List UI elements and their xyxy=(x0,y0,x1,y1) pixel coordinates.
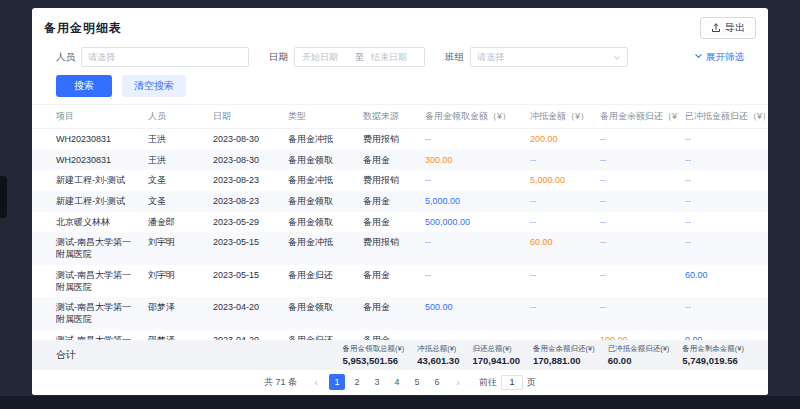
column-header: 备用金余额归还（¥） xyxy=(594,105,679,129)
amount-cell: -- xyxy=(524,150,594,171)
amount-cell: -- xyxy=(679,150,768,171)
summary-item-label: 已冲抵金额归还(¥) xyxy=(608,344,670,354)
source-cell: 费用报销 xyxy=(357,232,419,264)
type-cell: 备用金冲抵 xyxy=(282,232,357,264)
type-cell: 备用金领取 xyxy=(282,191,357,212)
date-cell: 2023-04-20 xyxy=(207,297,282,329)
column-header: 已冲抵金额归还（¥） xyxy=(679,105,768,129)
pagination: 共 71 条 ‹ 123456 › 前往 页 xyxy=(32,370,768,395)
project-cell: 测试-南昌大学第一附属医院 xyxy=(32,330,142,340)
date-filter-label: 日期 xyxy=(269,51,288,64)
person-cell: 王洪 xyxy=(142,129,207,150)
table-row[interactable]: 新建工程-刘-测试文圣2023-08-23备用金领取备用金5,000.00---… xyxy=(32,191,768,212)
project-cell: 新建工程-刘-测试 xyxy=(32,191,142,212)
amount-cell: 60.00 xyxy=(524,232,594,264)
date-end-input[interactable] xyxy=(368,49,420,65)
table-header-row: 项目人员日期类型数据来源备用金领取金额（¥）冲抵金额（¥）备用金余额归还（¥）已… xyxy=(32,105,768,129)
amount-cell: -- xyxy=(679,129,768,150)
amount-cell: -- xyxy=(679,170,768,191)
date-cell: 2023-08-30 xyxy=(207,129,282,150)
source-cell: 备用金 xyxy=(357,330,419,340)
amount-cell: -- xyxy=(524,265,594,297)
expand-filter-label: 展开筛选 xyxy=(706,51,744,64)
amount-cell: -- xyxy=(594,297,679,329)
project-cell: 测试-南昌大学第一附属医院 xyxy=(32,232,142,264)
button-row: 搜索 清空搜索 xyxy=(32,70,768,104)
project-cell: WH20230831 xyxy=(32,150,142,171)
source-cell: 备用金 xyxy=(357,212,419,233)
summary-item-label: 冲抵总额(¥) xyxy=(417,344,459,354)
person-cell: 王洪 xyxy=(142,150,207,171)
team-select-placeholder: 请选择 xyxy=(477,51,504,64)
person-cell: 刘宇明 xyxy=(142,265,207,297)
table-row[interactable]: 新建工程-刘-测试文圣2023-08-23备用金冲抵费用报销--5,000.00… xyxy=(32,170,768,191)
page-button[interactable]: 1 xyxy=(329,374,345,390)
person-cell: 刘宇明 xyxy=(142,232,207,264)
summary-item: 备用金领取总额(¥)5,953,501.56 xyxy=(343,344,405,366)
page-button[interactable]: 6 xyxy=(429,374,445,390)
column-header: 类型 xyxy=(282,105,357,129)
team-filter-label: 班组 xyxy=(445,51,464,64)
summary-item: 归还总额(¥)170,941.00 xyxy=(472,344,520,366)
table-row[interactable]: 测试-南昌大学第一附属医院邵梦泽2023-04-20备用金领取备用金500.00… xyxy=(32,297,768,329)
type-cell: 备用金归还 xyxy=(282,330,357,340)
amount-cell: -- xyxy=(419,170,524,191)
table-row[interactable]: 北京暖义林林潘金郎2023-05-29备用金领取备用金500,000.00---… xyxy=(32,212,768,233)
type-cell: 备用金领取 xyxy=(282,150,357,171)
table-row[interactable]: 测试-南昌大学第一附属医院刘宇明2023-05-15备用金归还备用金------… xyxy=(32,265,768,297)
amount-cell: 100.00 xyxy=(594,330,679,340)
date-range-picker[interactable]: 至 xyxy=(294,47,425,67)
table-row[interactable]: 测试-南昌大学第一附属医院刘宇明2023-05-15备用金冲抵费用报销--60.… xyxy=(32,232,768,264)
amount-cell: 500.00 xyxy=(419,297,524,329)
next-page-button[interactable]: › xyxy=(450,374,466,390)
amount-cell: -- xyxy=(594,150,679,171)
summary-item-value: 5,953,501.56 xyxy=(343,355,405,366)
table-row[interactable]: WH20230831王洪2023-08-30备用金领取备用金300.00----… xyxy=(32,150,768,171)
source-cell: 备用金 xyxy=(357,297,419,329)
amount-cell: -- xyxy=(524,212,594,233)
page-list: 123456 xyxy=(329,374,445,390)
person-filter-input[interactable] xyxy=(81,47,249,67)
column-header: 项目 xyxy=(32,105,142,129)
team-filter-select[interactable]: 请选择 xyxy=(470,47,628,67)
person-cell: 文圣 xyxy=(142,191,207,212)
summary-item: 冲抵总额(¥)43,601.30 xyxy=(417,344,459,366)
source-cell: 备用金 xyxy=(357,150,419,171)
source-cell: 费用报销 xyxy=(357,129,419,150)
amount-cell: 60.00 xyxy=(679,265,768,297)
table-row[interactable]: WH20230831王洪2023-08-30备用金冲抵费用报销--200.00-… xyxy=(32,129,768,150)
amount-cell: -- xyxy=(594,232,679,264)
amount-cell: -- xyxy=(524,191,594,212)
amount-cell: 200.00 xyxy=(524,129,594,150)
column-header: 人员 xyxy=(142,105,207,129)
card-header: 备用金明细表 导出 xyxy=(32,8,768,44)
table-row[interactable]: 测试-南昌大学第一附属医院邵梦泽2023-04-20备用金归还备用金----10… xyxy=(32,330,768,340)
summary-bar: 合计 备用金领取总额(¥)5,953,501.56冲抵总额(¥)43,601.3… xyxy=(32,340,768,370)
expand-filter-toggle[interactable]: 展开筛选 xyxy=(694,51,744,64)
page-button[interactable]: 3 xyxy=(369,374,385,390)
goto-page: 前往 页 xyxy=(479,375,536,390)
date-cell: 2023-08-23 xyxy=(207,170,282,191)
export-button-label: 导出 xyxy=(725,21,745,35)
project-cell: 北京暖义林林 xyxy=(32,212,142,233)
summary-item-label: 备用金剩余金额(¥) xyxy=(682,344,744,354)
prev-page-button[interactable]: ‹ xyxy=(308,374,324,390)
page-button[interactable]: 5 xyxy=(409,374,425,390)
clear-search-button[interactable]: 清空搜索 xyxy=(122,75,186,97)
date-cell: 2023-05-15 xyxy=(207,265,282,297)
amount-cell: -- xyxy=(524,330,594,340)
search-button[interactable]: 搜索 xyxy=(56,75,112,97)
page-button[interactable]: 2 xyxy=(349,374,365,390)
goto-page-suffix: 页 xyxy=(527,376,536,389)
date-start-input[interactable] xyxy=(299,49,351,65)
export-button[interactable]: 导出 xyxy=(700,17,756,39)
collapsed-drawer-handle[interactable] xyxy=(0,176,7,218)
amount-cell: -- xyxy=(419,330,524,340)
amount-cell: -- xyxy=(679,232,768,264)
amount-cell: 5,000.00 xyxy=(524,170,594,191)
amount-cell: -- xyxy=(679,191,768,212)
summary-item-label: 归还总额(¥) xyxy=(472,344,520,354)
person-cell: 文圣 xyxy=(142,170,207,191)
page-button[interactable]: 4 xyxy=(389,374,405,390)
goto-page-input[interactable] xyxy=(501,375,523,390)
